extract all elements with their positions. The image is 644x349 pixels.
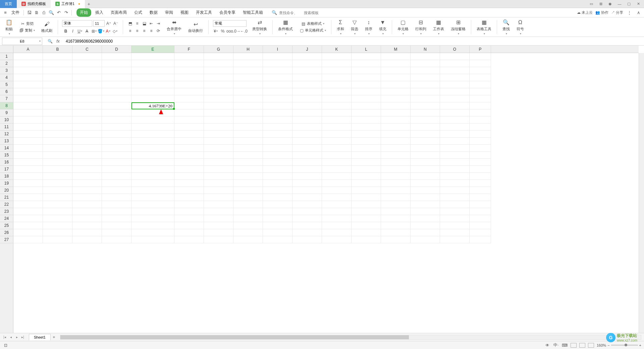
cell[interactable] <box>292 116 322 123</box>
clear-format-button[interactable]: ◇▾ <box>112 28 118 34</box>
increase-font-icon[interactable]: A⁺ <box>106 20 112 27</box>
cell[interactable] <box>233 123 263 131</box>
cell[interactable] <box>131 173 174 180</box>
cell[interactable] <box>13 187 43 194</box>
cell[interactable] <box>470 236 491 243</box>
cell[interactable] <box>43 116 72 123</box>
cell[interactable] <box>322 123 352 131</box>
cell[interactable] <box>102 109 131 116</box>
cell[interactable] <box>233 131 263 138</box>
row-header[interactable]: 11 <box>0 123 13 131</box>
cell[interactable] <box>131 95 174 102</box>
cell[interactable] <box>102 229 131 236</box>
cell[interactable] <box>470 180 491 187</box>
cell[interactable] <box>174 180 204 187</box>
cell[interactable] <box>352 131 381 138</box>
cell[interactable] <box>102 173 131 180</box>
cell[interactable] <box>263 215 292 222</box>
save-as-icon[interactable]: 🗎 <box>33 9 40 16</box>
window-layout-icon[interactable]: ▭ <box>588 1 594 7</box>
cell[interactable] <box>102 81 131 88</box>
cell[interactable] <box>411 215 440 222</box>
cell[interactable] <box>174 138 204 145</box>
column-header[interactable]: L <box>352 46 381 53</box>
tab-add-button[interactable]: + <box>85 1 93 7</box>
cell[interactable] <box>233 53 263 60</box>
cell[interactable] <box>352 222 381 229</box>
cell[interactable] <box>102 187 131 194</box>
cell[interactable] <box>72 88 102 95</box>
cell[interactable] <box>43 201 72 208</box>
select-all-corner[interactable] <box>0 46 13 53</box>
maximize-button[interactable]: ▢ <box>626 1 632 7</box>
cell[interactable] <box>174 173 204 180</box>
cell[interactable] <box>470 201 491 208</box>
cell[interactable] <box>204 67 233 74</box>
cell[interactable] <box>131 67 174 74</box>
cell[interactable] <box>411 159 440 166</box>
cell[interactable] <box>381 180 411 187</box>
cell[interactable] <box>470 159 491 166</box>
cell[interactable] <box>292 222 322 229</box>
cell[interactable] <box>233 201 263 208</box>
cell[interactable] <box>43 131 72 138</box>
cell[interactable] <box>102 138 131 145</box>
align-right-icon[interactable]: ≡ <box>141 28 147 34</box>
underline-button[interactable]: U▾ <box>77 28 83 34</box>
cell[interactable] <box>174 131 204 138</box>
tab-template[interactable]: D 找稻壳模板 <box>17 0 51 8</box>
cell[interactable] <box>43 159 72 166</box>
cell[interactable] <box>352 159 381 166</box>
cell[interactable] <box>381 215 411 222</box>
cell[interactable] <box>411 81 440 88</box>
cell[interactable] <box>174 81 204 88</box>
cell[interactable] <box>263 173 292 180</box>
cell[interactable] <box>381 194 411 201</box>
cell[interactable] <box>131 222 174 229</box>
cell[interactable] <box>43 81 72 88</box>
cell[interactable] <box>381 102 411 109</box>
cell[interactable] <box>13 173 43 180</box>
cell[interactable] <box>131 180 174 187</box>
cell[interactable] <box>352 123 381 131</box>
cell[interactable] <box>102 95 131 102</box>
cell[interactable] <box>233 116 263 123</box>
column-header[interactable]: N <box>411 46 440 53</box>
apps-icon[interactable]: ⊞ <box>598 1 604 7</box>
cell[interactable] <box>174 215 204 222</box>
cell[interactable] <box>352 152 381 159</box>
cell[interactable] <box>102 222 131 229</box>
cell[interactable] <box>204 152 233 159</box>
cell[interactable] <box>292 152 322 159</box>
cell[interactable] <box>440 109 470 116</box>
cell[interactable] <box>322 116 352 123</box>
undo-icon[interactable]: ↶ <box>55 9 62 16</box>
row-header[interactable]: 15 <box>0 152 13 159</box>
row-header[interactable]: 1 <box>0 53 13 60</box>
cell[interactable] <box>322 145 352 152</box>
cell[interactable] <box>72 236 102 243</box>
cell[interactable] <box>131 145 174 152</box>
cell[interactable] <box>13 229 43 236</box>
cell[interactable] <box>381 187 411 194</box>
cell[interactable] <box>13 74 43 81</box>
cell[interactable] <box>204 159 233 166</box>
cell[interactable] <box>440 123 470 131</box>
cell[interactable] <box>440 180 470 187</box>
cell[interactable] <box>381 109 411 116</box>
search-icon[interactable]: 🔍 <box>271 9 278 16</box>
cell[interactable] <box>470 102 491 109</box>
zoom-icon[interactable]: 🔍 <box>47 38 53 44</box>
cell[interactable] <box>292 81 322 88</box>
cell[interactable] <box>43 123 72 131</box>
cell[interactable] <box>381 123 411 131</box>
cell[interactable] <box>13 166 43 173</box>
cell[interactable] <box>13 109 43 116</box>
cell[interactable] <box>470 215 491 222</box>
comma-icon[interactable]: ооо <box>227 28 233 34</box>
cell[interactable] <box>131 74 174 81</box>
cell[interactable] <box>322 166 352 173</box>
cell[interactable] <box>102 60 131 67</box>
ribbon-tab-view[interactable]: 视图 <box>177 8 192 17</box>
cell[interactable] <box>411 102 440 109</box>
